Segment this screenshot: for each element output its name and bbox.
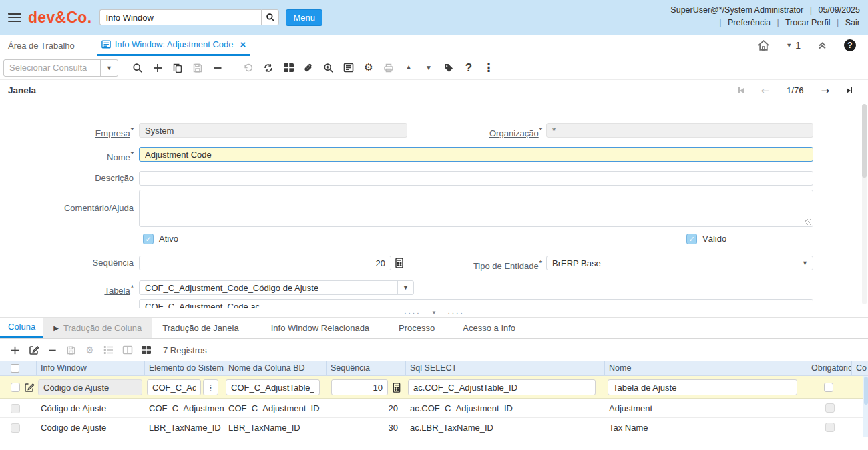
query-combobox-caret[interactable]: ▼ [100, 60, 118, 76]
undo-button[interactable] [238, 63, 258, 73]
cell-sequencia-input[interactable] [331, 379, 388, 395]
obrigatorio-checkbox[interactable] [824, 383, 833, 392]
previous-record-icon[interactable]: ← [761, 85, 770, 97]
delete-record-button[interactable] [208, 63, 228, 73]
cell-elemento-input[interactable] [147, 379, 201, 395]
home-icon[interactable] [757, 39, 770, 51]
collapse-all-icon[interactable] [817, 40, 828, 51]
record-info-button[interactable]: ⋮ [203, 379, 218, 395]
global-search-input[interactable] [99, 9, 261, 25]
open-windows-counter[interactable]: ▼ 1 [786, 40, 801, 51]
chevron-down-icon: ▼ [425, 64, 432, 71]
descricao-field[interactable] [139, 171, 813, 186]
chevron-down-icon[interactable]: ▼ [797, 256, 813, 270]
refresh-button[interactable] [258, 63, 278, 73]
empresa-field[interactable] [139, 123, 407, 138]
splitter-collapse-icon[interactable]: ▼ [431, 310, 437, 316]
detail-grid-button[interactable] [137, 345, 155, 355]
detail-process-button[interactable]: ⚙ [81, 345, 99, 355]
first-record-icon[interactable] [738, 87, 744, 93]
query-combobox-input[interactable] [4, 60, 100, 76]
detail-tab-coluna[interactable]: Coluna [0, 318, 43, 338]
detail-columns-button[interactable] [118, 345, 136, 355]
calculator-icon[interactable] [393, 383, 401, 393]
cell-info-window-input[interactable] [38, 379, 142, 395]
ativo-checkbox[interactable]: ✓ [143, 234, 154, 244]
tabela-select[interactable]: COF_C_Adjustment_Code_Código de Ajuste ▼ [139, 280, 414, 295]
row-checkbox[interactable] [11, 423, 20, 433]
col-elemento-do-sistema[interactable]: Elemento do Sistema [145, 361, 224, 375]
grid-row[interactable]: Código de Ajuste LBR_TaxName_ID LBR_TaxN… [0, 418, 868, 437]
parent-record-button[interactable]: ▼ [399, 64, 419, 71]
col-nome-da-coluna-bd[interactable]: Nome da Coluna BD [224, 361, 327, 375]
detail-save-button[interactable] [62, 345, 80, 355]
detail-new-button[interactable] [6, 345, 24, 355]
label-button[interactable] [439, 63, 459, 73]
col-sequencia[interactable]: Seqüência [327, 361, 406, 375]
detail-tab-acesso-a-info[interactable]: Acesso a Info [453, 318, 525, 338]
hamburger-menu-icon[interactable] [8, 13, 21, 22]
detail-list-button[interactable] [99, 345, 118, 355]
chevron-down-icon[interactable]: ▼ [397, 281, 413, 294]
new-record-button[interactable] [148, 63, 168, 73]
row-checkbox[interactable] [11, 383, 20, 392]
grid-scrollbar[interactable] [863, 376, 868, 437]
valido-checkbox[interactable]: ✓ [686, 234, 697, 244]
row-checkbox[interactable] [11, 404, 20, 413]
attachment-button[interactable] [298, 63, 318, 73]
sequencia-field[interactable] [139, 256, 391, 270]
last-record-icon[interactable] [847, 87, 852, 93]
chevron-down-icon: ▼ [106, 65, 112, 71]
cell-sql-input[interactable] [408, 379, 596, 395]
menu-button[interactable]: Menu [286, 9, 322, 26]
edit-icon[interactable] [24, 382, 35, 393]
detail-edit-button[interactable] [25, 345, 43, 355]
col-nome[interactable]: Nome [605, 361, 807, 375]
obrigatorio-checkbox[interactable] [825, 403, 835, 413]
search-button[interactable] [261, 9, 279, 25]
zoom-across-button[interactable] [318, 63, 339, 73]
tipo-entidade-select[interactable]: BrERP Base ▼ [546, 256, 813, 270]
detail-record-button[interactable]: ▼ [419, 64, 439, 71]
detail-tab-traducao-janela[interactable]: Tradução de Janela [152, 318, 248, 338]
detail-tab-processo[interactable]: Processo [389, 318, 445, 338]
detail-delete-button[interactable] [43, 345, 61, 355]
panel-splitter-handle[interactable]: ···· ▼ ···· [0, 308, 868, 317]
find-record-button[interactable] [128, 63, 148, 73]
form-scrollbar[interactable] [862, 104, 867, 304]
col-info-window[interactable]: Info Window [37, 361, 145, 375]
help-icon[interactable]: ? [844, 39, 856, 51]
tab-info-window[interactable]: Info Window: Adjustment Code × [97, 35, 250, 56]
more-options-button[interactable]: ⋮ [479, 62, 499, 73]
link-trocar-perfil[interactable]: Trocar Perfil [785, 18, 831, 27]
detail-tab-info-window-relacionada[interactable]: Info Window Relacionada [261, 318, 379, 338]
select-all-checkbox[interactable] [11, 364, 19, 373]
tab-area-de-trabalho[interactable]: Área de Trabalho [0, 35, 83, 56]
col-sql-select[interactable]: Sql SELECT [406, 361, 605, 375]
print-button[interactable] [379, 63, 399, 73]
grid-row[interactable]: Código de Ajuste COF_C_Adjustment_ID COF… [0, 399, 868, 418]
grid-row-editing[interactable]: ⋮ [0, 376, 868, 399]
col-truncated[interactable]: Co [852, 361, 868, 375]
organizacao-field[interactable] [546, 123, 813, 138]
grid-toggle-button[interactable] [278, 63, 298, 73]
next-record-icon[interactable]: → [821, 85, 829, 97]
link-preferencia[interactable]: Preferência [728, 18, 771, 27]
help-button[interactable]: ? [459, 62, 479, 73]
detail-tab-traducao-coluna[interactable]: ▶ Tradução de Coluna [43, 318, 152, 338]
record-count: 7 Registros [163, 345, 207, 355]
comentario-textarea[interactable] [139, 190, 813, 227]
process-button[interactable]: ⚙ [359, 63, 379, 73]
tabela-alias-field[interactable] [139, 299, 813, 308]
chat-log-button[interactable] [339, 63, 359, 73]
link-sair[interactable]: Sair [845, 18, 860, 27]
cell-nome-input[interactable] [608, 379, 797, 395]
cell-coluna-bd-input[interactable] [226, 379, 320, 395]
copy-record-button[interactable] [168, 63, 188, 73]
col-obrigatorio[interactable]: Obrigatório [807, 361, 852, 375]
tab-close-icon[interactable]: × [240, 39, 246, 50]
obrigatorio-checkbox[interactable] [825, 423, 835, 432]
calculator-icon[interactable] [395, 258, 403, 268]
save-button[interactable] [188, 63, 208, 73]
nome-field[interactable] [139, 147, 813, 162]
